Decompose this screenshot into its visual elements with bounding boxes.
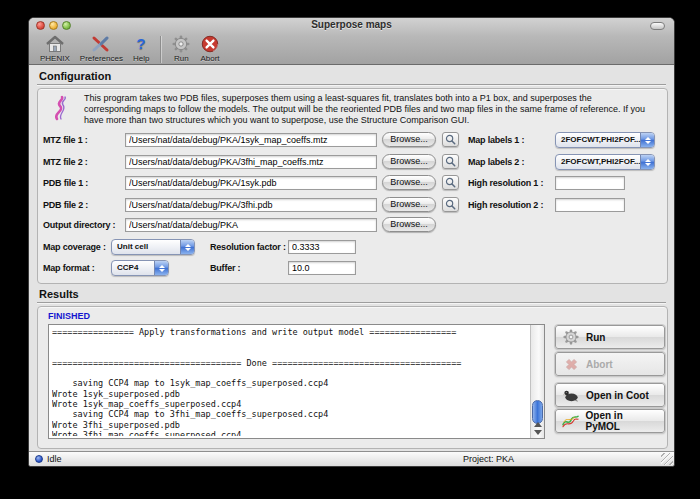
form-row-pdb-file-1: PDB file 1 : Browse... High resolution 1…	[38, 175, 667, 191]
home-icon	[45, 34, 65, 53]
main-content: Configuration This program takes two PDB…	[29, 65, 674, 451]
button-label: Run	[586, 332, 605, 343]
abort-x-icon	[201, 34, 219, 53]
scroll-up-icon[interactable]	[534, 422, 542, 427]
resolution-factor-input[interactable]	[288, 240, 356, 254]
map-labels-2-dropdown[interactable]: 2FOFCWT,PHI2FOF...	[555, 154, 655, 170]
configuration-heading: Configuration	[39, 70, 111, 82]
toolbar-separator	[160, 36, 161, 63]
browse-button[interactable]: Browse...	[382, 154, 436, 169]
field-label: Map labels 1 :	[468, 132, 554, 148]
toolbar-label: Run	[174, 54, 189, 63]
run-button[interactable]: Run	[555, 325, 665, 349]
inspect-file-button[interactable]	[442, 132, 459, 147]
toolbar-item-abort[interactable]: Abort	[195, 34, 224, 64]
field-label: MTZ file 1 :	[43, 132, 123, 148]
toolbar-item-phenix[interactable]: PHENIX	[35, 34, 75, 64]
form-row-mtz-file-2: MTZ file 2 : Browse... Map labels 2 : 2F…	[38, 154, 667, 170]
results-panel: FINISHED ================ Apply transfor…	[37, 306, 668, 449]
titlebar[interactable]: Superpose maps	[29, 18, 674, 33]
question-mark-icon: ?	[137, 34, 146, 53]
popup-stepper-icon	[640, 155, 654, 169]
output-directory-input[interactable]	[125, 218, 377, 232]
mtz-file-1-input[interactable]	[125, 133, 377, 147]
status-bar: Idle Project: PKA	[29, 451, 674, 466]
browse-button[interactable]: Browse...	[382, 217, 436, 232]
abort-button[interactable]: Abort	[555, 352, 665, 376]
scroll-down-icon[interactable]	[534, 430, 542, 435]
resize-grip[interactable]	[661, 453, 673, 465]
form-row-pdb-file-2: PDB file 2 : Browse... High resolution 2…	[38, 197, 667, 213]
field-label: Map labels 2 :	[468, 154, 554, 170]
browse-button[interactable]: Browse...	[382, 175, 436, 190]
inspect-file-button[interactable]	[442, 197, 459, 212]
form-row-map-coverage: Map coverage : Unit cell Resolution fact…	[38, 239, 667, 255]
open-in-pymol-button[interactable]: Open in PyMOL	[555, 409, 665, 433]
toolbar: PHENIX Preferences ? Help Run	[35, 33, 225, 64]
configuration-panel: This program takes two PDB files, superp…	[37, 88, 668, 284]
window-chrome: Superpose maps PHENIX Preferences ? Help	[29, 18, 674, 65]
phenix-graphics-icon	[51, 95, 73, 121]
button-label: Abort	[586, 359, 613, 370]
scrollbar-arrows	[531, 416, 544, 438]
pdb-file-2-input[interactable]	[125, 198, 377, 212]
project-label: Project: PKA	[463, 454, 514, 464]
browse-button[interactable]: Browse...	[382, 197, 436, 212]
status-led-icon	[35, 455, 43, 463]
toolbar-item-help[interactable]: ? Help	[128, 34, 154, 64]
toolbar-label: Preferences	[80, 54, 123, 63]
field-label: High resolution 1 :	[468, 175, 554, 191]
status-state: Idle	[47, 454, 62, 464]
log-scrollbar[interactable]	[530, 325, 544, 438]
browse-button[interactable]: Browse...	[382, 132, 436, 147]
field-label: Output directory :	[43, 217, 123, 233]
gear-icon	[562, 328, 580, 346]
button-label: Open in PyMOL	[586, 410, 658, 432]
form-row-output-directory: Output directory : Browse...	[38, 217, 667, 233]
high-resolution-1-input[interactable]	[555, 176, 625, 190]
toolbar-toggle-button[interactable]	[650, 22, 665, 30]
field-label: Resolution factor :	[210, 239, 290, 255]
pymol-ribbon-icon	[562, 412, 580, 430]
high-resolution-2-input[interactable]	[555, 198, 625, 212]
map-format-dropdown[interactable]: CCP4	[111, 260, 169, 276]
superpose-maps-window: Superpose maps PHENIX Preferences ? Help	[28, 17, 675, 467]
form-row-map-format: Map format : CCP4 Buffer :	[38, 260, 667, 276]
tools-icon	[91, 34, 111, 53]
configuration-rule	[37, 84, 666, 85]
field-label: MTZ file 2 :	[43, 154, 123, 170]
toolbar-label: Help	[133, 54, 149, 63]
program-description: This program takes two PDB files, superp…	[84, 93, 651, 126]
toolbar-item-preferences[interactable]: Preferences	[75, 34, 128, 64]
buffer-input[interactable]	[288, 261, 356, 275]
popup-stepper-icon	[640, 133, 654, 147]
log-text: ================ Apply transformations a…	[52, 327, 528, 436]
button-label: Open in Coot	[586, 390, 649, 401]
toolbar-item-run[interactable]: Run	[167, 34, 195, 64]
inspect-file-button[interactable]	[442, 154, 459, 169]
coot-bird-icon	[562, 386, 580, 404]
field-label: PDB file 1 :	[43, 175, 123, 191]
pdb-file-1-input[interactable]	[125, 176, 377, 190]
open-in-coot-button[interactable]: Open in Coot	[555, 383, 665, 407]
popup-stepper-icon	[180, 240, 194, 254]
form-row-mtz-file-1: MTZ file 1 : Browse... Map labels 1 : 2F…	[38, 132, 667, 148]
results-rule	[37, 302, 666, 303]
log-output[interactable]: ================ Apply transformations a…	[48, 324, 545, 439]
popup-stepper-icon	[154, 261, 168, 275]
abort-x-icon	[562, 355, 580, 373]
mtz-file-2-input[interactable]	[125, 155, 377, 169]
map-coverage-dropdown[interactable]: Unit cell	[111, 239, 195, 255]
window-title: Superpose maps	[29, 19, 674, 30]
field-label: PDB file 2 :	[43, 197, 123, 213]
gear-icon	[172, 34, 190, 53]
map-labels-1-dropdown[interactable]: 2FOFCWT,PHI2FOF...	[555, 132, 655, 148]
field-label: Buffer :	[210, 260, 290, 276]
toolbar-label: PHENIX	[40, 54, 70, 63]
status-badge: FINISHED	[48, 311, 90, 321]
toolbar-label: Abort	[200, 54, 219, 63]
inspect-file-button[interactable]	[442, 175, 459, 190]
results-heading: Results	[39, 288, 79, 300]
field-label: High resolution 2 :	[468, 197, 554, 213]
